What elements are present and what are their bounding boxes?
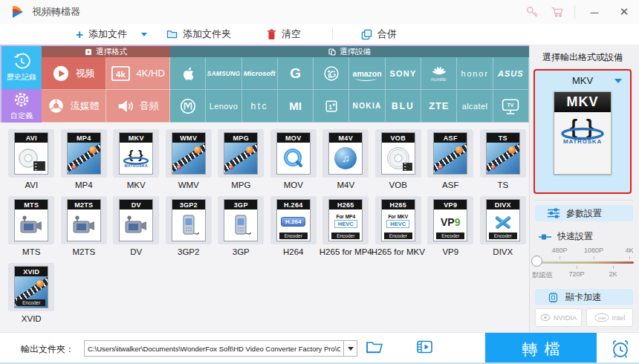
format-card[interactable]: MP4 [61,129,107,178]
open-output-video-button[interactable] [416,339,433,357]
slider-track[interactable] [536,261,634,264]
device-microsoft[interactable]: Microsoft [242,57,278,90]
format-card[interactable]: H265For MP4HEVCEncoder [322,196,369,244]
format-bar-label: MP4 [68,133,100,143]
device-g[interactable]: G [278,57,314,90]
open-folder-button[interactable] [366,339,383,357]
format-card[interactable]: H265For MKVHEVCEncoder [375,196,421,244]
parameter-settings-button[interactable]: 參數設置 [535,205,633,221]
device-asus[interactable]: ASUS [493,57,529,90]
format-card[interactable]: 3GP2 [166,196,212,244]
format-file-icon: MTS [14,199,48,241]
device-apple[interactable] [170,57,206,90]
device-mi[interactable]: MI [278,90,314,123]
format-file-icon: VOB [381,132,415,175]
intel-button[interactable]: intel Intel [586,308,633,327]
add-files-button[interactable]: + 添加文件 [76,27,147,41]
device-amazon[interactable]: amazon [349,57,385,90]
format-file-icon: M4V♫ [328,132,363,175]
format-row: MTSMTSM2TSM2TSDVDV3GP23GP23GP3GPH.264H.2… [0,196,529,256]
format-card[interactable]: DIVXEncoder [480,196,526,244]
format-card[interactable]: TS [480,129,526,178]
device-alcatel[interactable]: alcatel [457,90,493,123]
format-card[interactable]: M4V♫ [322,129,369,178]
device-sub-label: HUAWEI [431,78,447,82]
sidebar-item-custom[interactable]: 自定義 [1,89,42,123]
device-htc[interactable]: htc [242,90,278,123]
slider-handle[interactable] [531,256,542,267]
device-samsung[interactable]: SAMSUNG [206,57,241,90]
register-key-icon[interactable] [519,0,545,24]
format-card[interactable]: VP9VP9Encoder [427,196,473,244]
svg-text:4k: 4k [116,70,126,79]
device-huawei[interactable]: HUAWEI [421,57,457,90]
format-card[interactable]: M2TS [61,196,107,244]
minimize-button[interactable]: ─ [580,0,609,24]
sidebar-item-history[interactable]: 歷史記錄 [1,46,42,89]
format-item-mp4: MP4MP4 [58,129,111,189]
format-label: MOV [284,181,303,189]
format-card[interactable]: DV [113,196,159,244]
format-card[interactable]: AVI [8,129,54,178]
nvidia-button[interactable]: NVIDIA [535,308,582,327]
format-item-h265-for-mkv: H265For MKVHEVCEncoderH265 for MKV [372,196,425,256]
device-blu[interactable]: BLU [386,90,421,123]
format-tab-视频[interactable]: 视频 [42,57,106,90]
format-card[interactable]: MPG [218,129,264,178]
music-note-glyph: ♫ [334,147,357,169]
mkv-format-icon[interactable]: MKV { } MATROŠKA [554,91,612,175]
convert-button[interactable]: 轉檔 [485,333,597,364]
slider-label-2k: 2K [609,270,617,278]
add-files-caret-icon[interactable] [141,33,147,36]
format-label: XVID [22,314,42,323]
format-glyph: ♫ [329,143,362,174]
output-path-input[interactable] [85,341,343,356]
add-folder-button[interactable]: 添加文件夹 [166,27,231,41]
close-button[interactable]: ✕ [609,0,639,24]
format-item-mts: MTSMTS [5,196,58,256]
device-nokia[interactable]: NOKIA [349,90,385,123]
format-label: 3GP [233,247,250,256]
format-label: H265 for MKV [372,247,425,256]
format-card[interactable]: 3GP [218,196,264,244]
format-tab-流媒體[interactable]: 流媒體 [42,90,106,123]
format-card[interactable]: MKV{ }MATROŠKA [113,129,159,178]
format-card[interactable]: ASF [427,129,473,178]
merge-button[interactable]: 合併 [361,27,397,41]
device-motorola[interactable] [170,90,206,123]
format-card[interactable]: MOV [270,129,317,178]
divx-x-glyph [494,215,512,229]
format-card[interactable]: MTS [8,196,54,244]
format-card[interactable]: XVIDEncoder [8,263,54,311]
device-zte[interactable]: ZTE [421,90,457,123]
clear-button[interactable]: 清空 [267,27,301,41]
app-window: 視頻轉檔器 ─ ✕ + 添加文件 [0,0,639,364]
device-honor[interactable]: honor [457,57,493,90]
device-sony[interactable]: SONY [386,57,421,90]
bottom-bar: 輸出文件夾： 轉檔 [0,332,639,364]
output-path-dropdown[interactable] [343,341,357,356]
format-tabs: 選擇格式 视频4k4K/HD流媒體音頻 [42,46,170,123]
format-card[interactable]: WMV [166,129,212,178]
schedule-alarm-button[interactable] [602,333,639,364]
film-glyph [33,161,45,171]
device-oneplus[interactable]: 1 [314,90,349,123]
format-tab-4K/HD[interactable]: 4k4K/HD [106,57,171,90]
format-card[interactable]: VOB [375,129,421,178]
device-tv[interactable]: TV [493,90,529,123]
format-select-caret-icon[interactable] [614,79,622,83]
format-tab-音頻[interactable]: 音頻 [106,90,171,123]
format-label: 3GP2 [178,247,199,256]
format-glyph [68,209,100,241]
cart-icon[interactable] [545,0,570,24]
device-lenovo[interactable]: Lenovo [206,90,241,123]
format-card[interactable]: H.264H.264Encoder [270,196,317,244]
gpu-acceleration-button[interactable]: 顯卡加速 [535,289,633,305]
format-row: AVIAVIMP4MP4MKV{ }MATROŠKAMKVWMVWMVMPGMP… [0,129,529,189]
format-bar-label: H265 [382,200,415,209]
intel-label: Intel [612,313,626,322]
format-label: DIVX [493,247,513,256]
trash-icon [267,29,276,40]
format-bar-label: 3GP [224,200,257,209]
device-lg[interactable] [314,57,349,90]
